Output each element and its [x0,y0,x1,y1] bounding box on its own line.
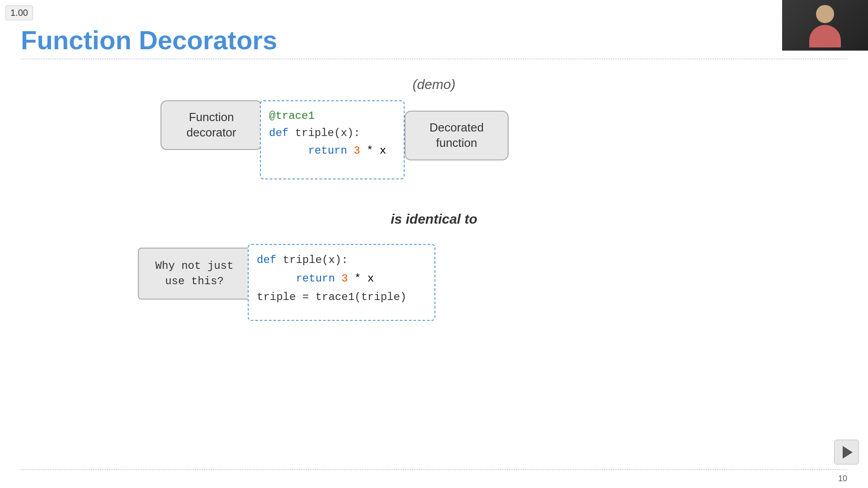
identical-label: is identical to [391,211,477,227]
why-not-label: Why not justuse this? [156,258,234,289]
number-3-2: 3 [341,272,348,285]
code-line-decorator: @trace1 [269,108,396,125]
bottom-divider [21,469,847,470]
multiply-1: * x [360,145,387,157]
code-box-bottom: def triple(x): return 3 * x triple = tra… [248,244,435,321]
keyword-def-2: def [257,254,283,266]
page-title: Function Decorators [21,25,277,55]
assign-line: triple = trace1(triple) [257,291,406,303]
code-line2-assign: triple = trace1(triple) [257,288,426,307]
keyword-return-2: return [296,272,341,285]
code-box-top: @trace1 def triple(x): return 3 * x [260,100,405,179]
code-line2-def: def triple(x): [257,251,426,270]
demo-label: (demo) [412,77,455,92]
decorated-function-box: Decoratedfunction [405,111,509,160]
page-number: 10 [838,474,847,483]
avatar-body [809,25,841,47]
code-line2-return: return 3 * x [257,270,426,288]
decorated-function-label: Decoratedfunction [429,120,484,151]
why-not-box: Why not justuse this? [138,248,251,300]
decorator-text: @trace1 [269,110,315,122]
code-line-def: def triple(x): [269,125,396,142]
person-silhouette [807,5,843,46]
video-feed-inner [782,0,868,51]
func-name-2: triple(x): [283,254,348,266]
title-divider [21,59,847,59]
function-decorator-label: Functiondecorator [187,110,236,141]
code-line-return: return 3 * x [269,142,396,160]
func-name-1: triple(x): [295,127,360,139]
video-feed [782,0,868,51]
number-3-1: 3 [354,145,360,157]
keyword-def-1: def [269,127,295,139]
avatar-head [816,5,834,23]
play-button[interactable] [834,440,859,465]
multiply-2: * x [348,272,374,285]
version-badge: 1.00 [5,5,33,20]
keyword-return-1: return [308,145,354,157]
play-icon [843,446,853,459]
function-decorator-box: Functiondecorator [160,100,262,150]
